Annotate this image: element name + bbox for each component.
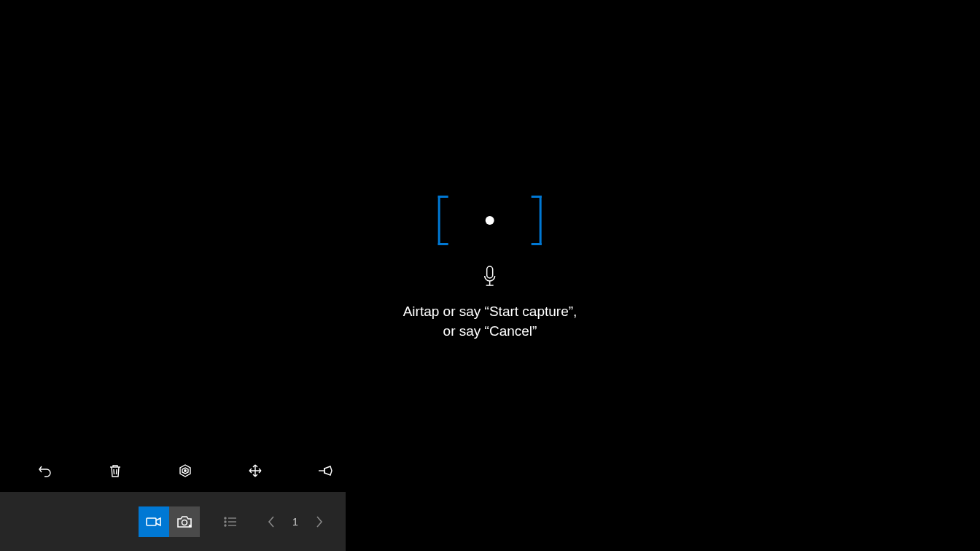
- camera-icon: [176, 515, 192, 528]
- target-button[interactable]: [175, 461, 195, 481]
- svg-line-3: [114, 469, 114, 474]
- bracket-left-icon: [438, 196, 448, 245]
- viewfinder-brackets: [438, 196, 542, 245]
- undo-button[interactable]: [35, 461, 55, 481]
- page-number: 1: [290, 516, 300, 528]
- list-button[interactable]: [220, 512, 241, 532]
- capture-center: Airtap or say “Start capture”, or say “C…: [403, 222, 578, 341]
- video-camera-icon: [146, 516, 162, 528]
- instruction-line2: or say “Cancel”: [403, 322, 578, 342]
- move-arrows-icon: [248, 463, 262, 478]
- pagination: 1: [261, 512, 330, 532]
- svg-point-12: [225, 517, 226, 519]
- chevron-right-icon: [315, 515, 324, 528]
- action-toolbar: [35, 461, 335, 481]
- pin-button[interactable]: [315, 461, 335, 481]
- bracket-right-icon: [532, 196, 542, 245]
- prev-page-button[interactable]: [261, 512, 281, 532]
- svg-point-7: [184, 470, 186, 471]
- microphone-icon: [483, 266, 497, 290]
- chevron-left-icon: [267, 515, 276, 528]
- svg-point-9: [182, 520, 187, 525]
- trash-icon: [108, 463, 122, 478]
- instruction-line1: Airtap or say “Start capture”,: [403, 302, 578, 322]
- cursor-dot-icon: [486, 216, 494, 225]
- delete-button[interactable]: [105, 461, 125, 481]
- svg-line-4: [117, 469, 117, 474]
- list-icon: [223, 516, 238, 528]
- svg-rect-0: [487, 266, 493, 278]
- target-icon: [178, 463, 192, 478]
- svg-point-14: [225, 521, 226, 523]
- photo-mode-button[interactable]: [169, 506, 200, 537]
- pin-icon: [317, 464, 333, 477]
- bottom-bar: 1: [0, 492, 346, 551]
- video-mode-button[interactable]: [139, 506, 169, 537]
- move-button[interactable]: [245, 461, 265, 481]
- undo-icon: [38, 463, 52, 478]
- svg-point-16: [225, 525, 226, 526]
- svg-rect-8: [147, 518, 156, 525]
- instruction-text: Airtap or say “Start capture”, or say “C…: [403, 302, 578, 341]
- next-page-button[interactable]: [309, 512, 330, 532]
